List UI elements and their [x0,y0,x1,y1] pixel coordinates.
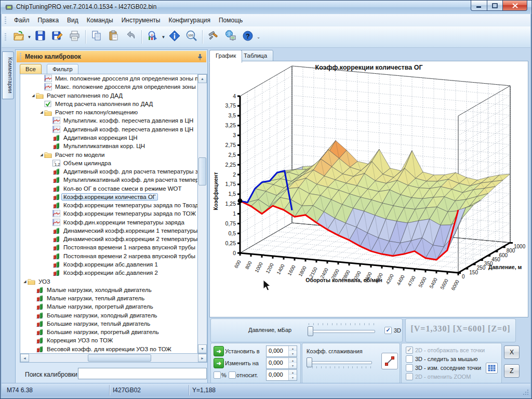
x-axis-button[interactable]: X [504,345,520,359]
tree-item[interactable]: Мин. положение дросселя для определения … [20,74,197,83]
scroll-left-button[interactable]: ◄ [20,354,29,362]
open-folder-button[interactable] [10,29,27,45]
scroll-down-button[interactable]: ▼ [198,344,207,353]
option-checkbox[interactable] [406,364,413,371]
app-chip-icon [5,3,14,14]
tree-folder[interactable]: ◢Расчет по модели [20,150,197,158]
pressure-slider-thumb[interactable] [308,326,313,336]
menu-item[interactable]: Вид [63,15,83,25]
tree-item[interactable]: Коэфф.коррекции абс.давления 1 [20,260,197,269]
print-button[interactable] [66,29,83,45]
change-by-spinner[interactable]: 0,000▲▼ [266,357,297,369]
tree-item[interactable]: Мультипликативный коэфф. для расчета тем… [20,176,197,184]
tree-item[interactable]: Коррекция УОЗ по ТОЖ [20,336,197,344]
tree-item[interactable]: Весовой коэфф. для коррекции УОЗ по ТОЖ [20,345,197,353]
menu-item[interactable]: Помощь [215,15,247,25]
surface-3d-chart[interactable]: .g{stroke:#9aa6b4;stroke-width:.7;stroke… [210,61,528,317]
tree-item[interactable]: Малые нагрузки, теплый двигатель [20,294,197,302]
paste-button[interactable] [105,29,122,45]
open-folder-dropdown-arrow[interactable]: ▼ [27,29,32,45]
tree-item[interactable]: Аддитивная коррекция ЦН [20,134,197,142]
tree-item[interactable]: Коэфф.коррекции температуры заряда по ТО… [20,209,197,218]
tools-button[interactable] [205,29,222,45]
expander-icon[interactable]: ◢ [39,110,44,114]
zoom-100-button[interactable]: 100 [183,29,200,45]
chart-view-dropdown-arrow[interactable]: ▼ [161,29,166,45]
expander-icon[interactable]: ◢ [22,280,28,284]
interpolate-button[interactable] [381,353,398,369]
tree-item[interactable]: Аддитивный коэфф. для расчета температур… [20,167,197,176]
pin-icon[interactable] [197,54,203,62]
scroll-thumb[interactable] [88,354,151,362]
menu-item[interactable]: Команды [83,15,117,25]
menu-item[interactable]: Правка [34,15,63,25]
set-to-spinner[interactable]: 0,000▲▼ [266,345,297,357]
change-by-button[interactable]: ➜ [214,358,224,368]
tree-item[interactable]: Коэфф.коррекции абс.давления 2 [20,269,197,277]
title-bar[interactable]: ChipTuningPRO ver.7.2014.0.1534 - I427GB… [1,1,531,14]
scroll-up-button[interactable]: ▲ [198,74,207,83]
tree-item[interactable]: Коэфф.коррекции температуры заряда по Тв… [20,201,197,209]
tree-folder[interactable]: ◢Расчет наполнения по ДАД [20,91,197,100]
menu-item[interactable]: Файл [10,15,34,25]
scroll-thumb[interactable] [198,157,206,185]
tab-graph[interactable]: График [209,50,242,63]
tree-item[interactable]: Динамический коэфф.коррекции 2 температу… [20,235,197,243]
tree-item[interactable]: Большие нагрузки, прогретый двигатель [20,328,197,336]
tree-item[interactable]: Большие нагрузки, холодный двигатель [20,311,197,319]
pressure-slider-track[interactable] [309,330,375,333]
tree-item[interactable]: Метод расчета наполнения по ДАД [20,100,197,108]
z-axis-button[interactable]: Z [504,364,520,378]
menu-item[interactable]: Конфигурация [164,15,215,25]
toolbar-grip[interactable] [5,33,6,41]
maximize-button[interactable] [487,1,503,11]
save-button[interactable] [32,29,49,45]
option-checkbox[interactable] [406,355,413,363]
set-to-button[interactable]: ➜ [214,346,224,356]
help-button[interactable]: ? [239,29,256,45]
tree-item[interactable]: Кол-во ОГ в составе смеси в режиме WOT [20,184,197,192]
toolbar-overflow-chevron[interactable]: ⌄ [256,29,261,45]
tree-item[interactable]: Коэфф.дин.коррекции температуры заряда [20,218,197,227]
smoothing-slider-track[interactable] [308,361,372,364]
tree-item[interactable]: Малые нагрузки, прогретый двигатель [20,302,197,311]
expander-icon[interactable]: ◢ [31,94,36,98]
resize-grip[interactable] [523,389,529,396]
tree-item[interactable]: 1.2Объем цилиндра [20,159,197,167]
3d-checkbox[interactable]: ✓ [384,327,392,334]
grid-edit-button[interactable] [486,363,498,374]
tree-item[interactable]: Аддитивный коэфф. пересчета давления в Ц… [20,125,197,134]
tree-item[interactable]: Постоянная времени 1 нагрева впускной тр… [20,243,197,251]
chart-view-button[interactable] [144,29,161,45]
online-update-button[interactable] [222,29,239,45]
tree-item[interactable]: Мультипликативная корр. ЦН [20,142,197,150]
scroll-right-button[interactable]: ► [198,354,207,362]
tree-item[interactable]: Динамический коэфф.коррекции 1 температу… [20,227,197,235]
tree-item[interactable]: Коэфф.коррекции количества ОГ [20,193,197,201]
tree-item[interactable]: Малые нагрузки, холодный двигатель [20,286,197,294]
percent-checkbox[interactable] [214,371,221,379]
expander-icon[interactable]: ◢ [39,153,44,157]
tree-folder[interactable]: ◢УОЗ [20,277,197,285]
tree-item[interactable]: Макс. положение дросселя для определения… [20,83,197,91]
menu-item[interactable]: Инструменты [117,15,165,25]
close-button[interactable] [503,1,527,11]
save-icon [34,30,47,44]
info-button[interactable] [166,29,183,45]
menu-grip[interactable] [5,17,6,24]
tree-item[interactable]: Мультиплик. коэфф. пересчета давления в … [20,116,197,125]
copy-button[interactable] [88,29,105,45]
tree-folder[interactable]: ◢Расчет по наклону/смещению [20,108,197,116]
tree-item[interactable]: Постоянная времени 2 нагрева впускной тр… [20,252,197,260]
tree-item[interactable]: Большие нагрузки, теплый двигатель [20,320,197,328]
relative-checkbox[interactable] [229,371,236,379]
search-input[interactable] [78,368,207,379]
third-spinner[interactable]: 0,000▲▼ [266,369,297,381]
undo-button[interactable] [122,29,139,45]
tree-horizontal-scrollbar[interactable]: ◄ ► [20,353,207,363]
tab-table[interactable]: Таблица [237,50,273,62]
save-as-button[interactable] [49,29,66,45]
minimize-button[interactable] [471,1,487,11]
tree-vertical-scrollbar[interactable]: ▲ ▼ [197,74,207,354]
comments-side-tab[interactable]: Комментарии [2,51,14,99]
